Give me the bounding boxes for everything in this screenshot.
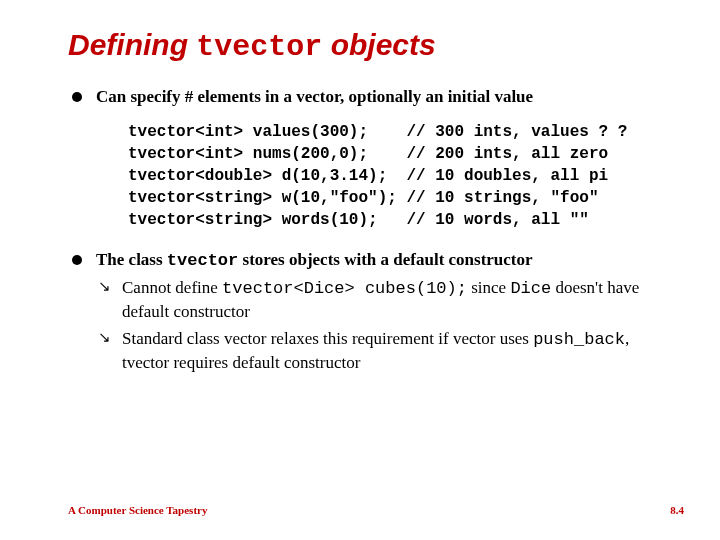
- bullet-2-code1: tvector: [167, 251, 238, 270]
- footer-left: A Computer Science Tapestry: [68, 504, 207, 516]
- title-pre: Defining: [68, 28, 196, 61]
- sub2-pre: Standard class vector relaxes this requi…: [122, 329, 533, 348]
- bullet-2: The class tvector stores objects with a …: [68, 249, 672, 375]
- sub2-code1: push_back: [533, 330, 625, 349]
- bullet-1-text: Can specify # elements in a vector, opti…: [96, 87, 533, 106]
- slide-title: Defining tvector objects: [68, 28, 672, 64]
- bullet-list: Can specify # elements in a vector, opti…: [68, 86, 672, 375]
- footer-right: 8.4: [670, 504, 684, 516]
- sub-bullet-1: Cannot define tvector<Dice> cubes(10); s…: [96, 277, 672, 324]
- sub1-mid: since: [467, 278, 510, 297]
- code-block: tvector<int> values(300); // 300 ints, v…: [128, 121, 672, 231]
- slide: Defining tvector objects Can specify # e…: [0, 0, 720, 540]
- title-code: tvector: [196, 30, 322, 64]
- sub-list: Cannot define tvector<Dice> cubes(10); s…: [96, 277, 672, 375]
- sub1-code1: tvector<Dice> cubes(10);: [222, 279, 467, 298]
- sub-bullet-2: Standard class vector relaxes this requi…: [96, 328, 672, 375]
- title-post: objects: [322, 28, 435, 61]
- sub1-code2: Dice: [510, 279, 551, 298]
- bullet-1: Can specify # elements in a vector, opti…: [68, 86, 672, 231]
- bullet-2-post: stores objects with a default constructo…: [238, 250, 532, 269]
- bullet-2-pre: The class: [96, 250, 167, 269]
- sub1-pre: Cannot define: [122, 278, 222, 297]
